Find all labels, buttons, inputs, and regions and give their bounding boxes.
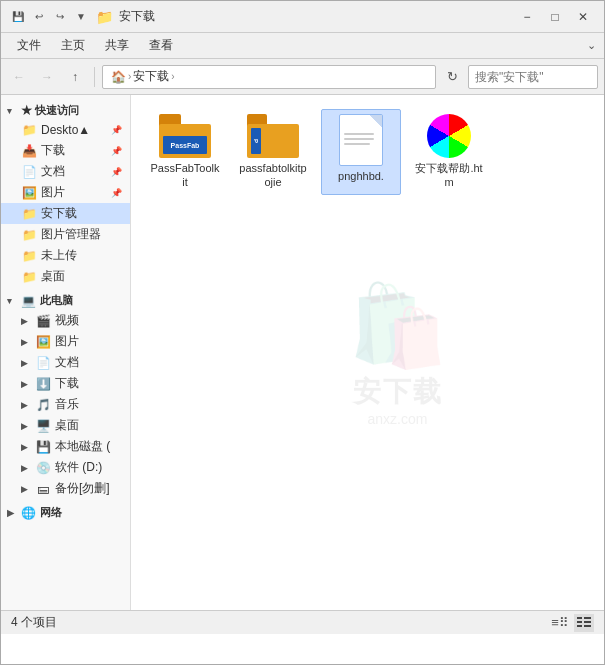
sidebar-label-dl: 下载 xyxy=(55,375,122,392)
sidebar-label-deskb: 桌面 xyxy=(41,268,122,285)
sidebar-label-desktop: Deskto▲ xyxy=(41,123,107,137)
folder-icon-imgmanager: 📁 xyxy=(21,227,37,243)
sidebar-label-pics: 图片 xyxy=(55,333,122,350)
music-arrow: ▶ xyxy=(21,400,31,410)
sidebar-item-localdrive[interactable]: ▶ 💾 本地磁盘 ( xyxy=(1,436,130,457)
sidebar-item-unuploaded[interactable]: 📁 未上传 xyxy=(1,245,130,266)
folder-icon-documents: 📄 xyxy=(21,164,37,180)
sidebar-label-backup: 备份[勿删] xyxy=(55,480,122,497)
folder-icon-passfabpojie: P xyxy=(247,114,299,158)
thispc-label: 此电脑 xyxy=(40,293,73,308)
breadcrumb-sep2: › xyxy=(171,71,174,82)
up-button[interactable]: ↑ xyxy=(63,65,87,89)
svg-rect-5 xyxy=(584,625,591,627)
sidebar-item-desktop[interactable]: 📁 Deskto▲ 📌 xyxy=(1,120,130,140)
quick-access-arrow: ▾ xyxy=(7,106,17,116)
search-box[interactable]: 🔍 xyxy=(468,65,598,89)
breadcrumb-downloads[interactable]: 安下载 xyxy=(133,68,169,85)
sidebar-item-downloads[interactable]: 📥 下载 📌 xyxy=(1,140,130,161)
folder-icon-passfab: PassFab xyxy=(159,114,211,158)
folder-icon-pictures: 🖼️ xyxy=(21,185,37,201)
pin-icon-pictures: 📌 xyxy=(111,188,122,198)
forward-button[interactable]: → xyxy=(35,65,59,89)
sidebar-item-dl[interactable]: ▶ ⬇️ 下载 xyxy=(1,373,130,394)
files-grid: PassFab PassFabToolkit P passfabtolkit xyxy=(141,105,594,199)
file-item-passfabpojie[interactable]: P passfabtolkitpojie xyxy=(233,109,313,195)
file-name-passfabpojie: passfabtolkitpojie xyxy=(238,161,308,190)
save-btn[interactable]: 💾 xyxy=(9,8,27,26)
breadcrumb-sep1: › xyxy=(128,71,131,82)
file-name-passfabtoolkit: PassFabToolkit xyxy=(150,161,220,190)
sidebar-item-backup[interactable]: ▶ 🖴 备份[勿删] xyxy=(1,478,130,499)
menu-view[interactable]: 查看 xyxy=(141,35,181,56)
back-button[interactable]: ← xyxy=(7,65,31,89)
sidebar-item-music[interactable]: ▶ 🎵 音乐 xyxy=(1,394,130,415)
videos-arrow: ▶ xyxy=(21,316,31,326)
sidebar-label-music: 音乐 xyxy=(55,396,122,413)
sidebar-item-pics[interactable]: ▶ 🖼️ 图片 xyxy=(1,331,130,352)
sidebar-item-desk2[interactable]: ▶ 🖥️ 桌面 xyxy=(1,415,130,436)
network-icon: 🌐 xyxy=(21,506,36,520)
file-item-passfabtoolkit[interactable]: PassFab PassFabToolkit xyxy=(145,109,225,195)
file-name-helpahtm: 安下载帮助.htm xyxy=(414,161,484,190)
folder-icon-unuploaded: 📁 xyxy=(21,248,37,264)
folder-icon-anzaixia: 📁 xyxy=(21,206,37,222)
refresh-button[interactable]: ↻ xyxy=(440,65,464,89)
more-btn[interactable]: ▼ xyxy=(72,8,90,26)
sidebar-label-drived: 软件 (D:) xyxy=(55,459,122,476)
svg-rect-2 xyxy=(577,625,582,627)
menu-chevron[interactable]: ⌄ xyxy=(587,39,596,52)
menu-share[interactable]: 共享 xyxy=(97,35,137,56)
menu-file[interactable]: 文件 xyxy=(9,35,49,56)
sidebar-item-deskb[interactable]: 📁 桌面 xyxy=(1,266,130,287)
file-item-pnghhbd[interactable]: pnghhbd. xyxy=(321,109,401,195)
file-item-helpahtm[interactable]: 安下载帮助.htm xyxy=(409,109,489,195)
status-bar: 4 个项目 ≡⠿ xyxy=(1,610,604,634)
sidebar-label-pictures: 图片 xyxy=(41,184,107,201)
sidebar-item-imgmanager[interactable]: 📁 图片管理器 xyxy=(1,224,130,245)
pin-icon-documents: 📌 xyxy=(111,167,122,177)
sidebar-item-videos[interactable]: ▶ 🎬 视频 xyxy=(1,310,130,331)
menu-home[interactable]: 主页 xyxy=(53,35,93,56)
watermark-bag-icon: 🛍️ xyxy=(348,279,448,373)
redo-btn-title[interactable]: ↪ xyxy=(51,8,69,26)
view-list-button[interactable]: ≡⠿ xyxy=(550,614,570,632)
sidebar-label-downloads: 下载 xyxy=(41,142,107,159)
window-controls: − □ ✕ xyxy=(514,7,596,27)
undo-btn[interactable]: ↩ xyxy=(30,8,48,26)
maximize-button[interactable]: □ xyxy=(542,7,568,27)
sidebar-item-docs[interactable]: ▶ 📄 文档 xyxy=(1,352,130,373)
watermark: 🛍️ 安下载 anxz.com xyxy=(348,279,448,427)
window-title: 安下载 xyxy=(119,8,155,25)
toolbar-separator xyxy=(94,67,95,87)
drive-icon-local: 💾 xyxy=(35,439,51,455)
sidebar-quick-access-header[interactable]: ▾ ★ 快速访问 xyxy=(1,101,130,120)
sidebar-label-unuploaded: 未上传 xyxy=(41,247,122,264)
watermark-url: anxz.com xyxy=(368,411,428,427)
sidebar-network-header[interactable]: ▶ 🌐 网络 xyxy=(1,503,130,522)
pics-arrow: ▶ xyxy=(21,337,31,347)
close-button[interactable]: ✕ xyxy=(570,7,596,27)
sidebar-item-drived[interactable]: ▶ 💿 软件 (D:) xyxy=(1,457,130,478)
sidebar-item-documents[interactable]: 📄 文档 📌 xyxy=(1,161,130,182)
dl-arrow: ▶ xyxy=(21,379,31,389)
address-path[interactable]: 🏠 › 安下载 › xyxy=(102,65,436,89)
network-arrow: ▶ xyxy=(7,508,17,518)
svg-rect-0 xyxy=(577,617,582,619)
breadcrumb: 🏠 › 安下载 › xyxy=(111,68,175,85)
sidebar-label-desk2: 桌面 xyxy=(55,417,122,434)
breadcrumb-home[interactable]: 🏠 xyxy=(111,70,126,84)
folder-icon-desktop: 📁 xyxy=(21,122,37,138)
sidebar-item-anzaixia[interactable]: 📁 安下载 xyxy=(1,203,130,224)
drive-icon-d: 💿 xyxy=(35,460,51,476)
sidebar-label-anzaixia: 安下载 xyxy=(41,205,122,222)
search-input[interactable] xyxy=(469,70,598,84)
detail-view-icon xyxy=(577,616,591,630)
minimize-button[interactable]: − xyxy=(514,7,540,27)
folder-icon-downloads: 📥 xyxy=(21,143,37,159)
sidebar-label-localdrive: 本地磁盘 ( xyxy=(55,438,122,455)
view-detail-button[interactable] xyxy=(574,614,594,632)
toolbar: ← → ↑ 🏠 › 安下载 › ↻ 🔍 xyxy=(1,59,604,95)
sidebar-item-pictures[interactable]: 🖼️ 图片 📌 xyxy=(1,182,130,203)
sidebar-thispc-header[interactable]: ▾ 💻 此电脑 xyxy=(1,291,130,310)
